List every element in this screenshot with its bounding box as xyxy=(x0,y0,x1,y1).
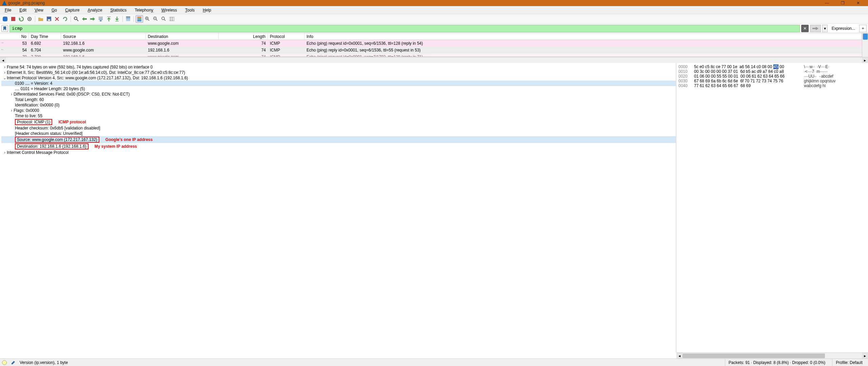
menu-statistics[interactable]: Statistics xyxy=(107,7,130,13)
add-filter-button[interactable]: + xyxy=(859,25,867,32)
scroll-left-button[interactable]: ◂ xyxy=(676,353,683,359)
menu-bar: File Edit View Go Capture Analyze Statis… xyxy=(0,6,868,14)
menu-file[interactable]: File xyxy=(1,7,15,13)
col-daytime[interactable]: Day Time xyxy=(29,33,61,40)
tree-ttl[interactable]: Time to live: 55 xyxy=(1,113,676,119)
tree-flags[interactable]: ›Flags: 0x0000 xyxy=(1,108,676,113)
hex-row[interactable]: 0040 77 61 62 63 64 65 66 67 68 69 wabcd… xyxy=(678,83,866,88)
go-forward-button[interactable] xyxy=(89,15,96,23)
packet-row[interactable]: 54 6.704 www.google.com 192.168.1.6 74 I… xyxy=(0,47,862,54)
menu-wireless[interactable]: Wireless xyxy=(158,7,180,13)
annotation-label: ICMP protocol xyxy=(58,120,86,124)
zoom-reset-button[interactable] xyxy=(160,15,167,23)
tree-ip[interactable]: ⌄Internet Protocol Version 4, Src: www.g… xyxy=(1,75,676,81)
display-filter-input[interactable] xyxy=(9,25,800,32)
resize-columns-button[interactable] xyxy=(168,15,176,23)
maximize-button[interactable]: ❐ xyxy=(835,0,850,6)
go-first-button[interactable] xyxy=(105,15,113,23)
hex-row[interactable]: 0010 00 3c 00 00 00 00 37 01 6d b5 ac d9… xyxy=(678,69,866,74)
hex-row[interactable]: 0020 01 06 00 00 55 55 00 01 00 06 61 62… xyxy=(678,74,866,79)
clear-filter-button[interactable]: ✕ xyxy=(801,25,809,32)
apply-filter-button[interactable] xyxy=(810,25,821,32)
tree-version[interactable]: 0100 .... = Version: 4 xyxy=(1,81,676,86)
go-back-button[interactable] xyxy=(81,15,88,23)
svg-point-5 xyxy=(74,17,77,20)
tree-identification[interactable]: Identification: 0x0000 (0) xyxy=(1,102,676,108)
col-info[interactable]: Info xyxy=(304,33,862,40)
zoom-out-button[interactable] xyxy=(152,15,159,23)
reload-button[interactable] xyxy=(61,15,69,23)
edit-comment-button[interactable] xyxy=(10,360,16,366)
bookmark-filter-button[interactable] xyxy=(1,25,8,32)
tree-protocol[interactable]: Protocol: ICMP (1)ICMP protocol xyxy=(1,119,676,125)
menu-capture[interactable]: Capture xyxy=(62,7,83,13)
svg-point-20 xyxy=(162,17,164,20)
hex-row[interactable]: 0030 67 68 69 6a 6b 6c 6d 6e 6f 70 71 72… xyxy=(678,79,866,83)
close-file-button[interactable] xyxy=(53,15,61,23)
hex-dump-pane[interactable]: 0000 5c e0 c5 8c ce 77 00 1e a6 56 14 c0… xyxy=(676,63,868,352)
find-packet-button[interactable] xyxy=(73,15,80,23)
stop-capture-button[interactable] xyxy=(9,15,17,23)
packet-list-vscrollbar[interactable] xyxy=(862,33,868,57)
chevron-down-icon[interactable]: ⌄ xyxy=(3,76,7,80)
auto-scroll-button[interactable] xyxy=(124,15,132,23)
menu-view[interactable]: View xyxy=(31,7,47,13)
related-packet-marker-icon: → xyxy=(1,41,4,44)
capture-options-button[interactable] xyxy=(26,15,33,23)
zoom-in-button[interactable] xyxy=(144,15,151,23)
tree-destination[interactable]: Destination: 192.168.1.6 (192.168.1.6)My… xyxy=(1,143,676,150)
filter-history-dropdown[interactable]: ▾ xyxy=(822,25,828,32)
col-length[interactable]: Length xyxy=(219,33,268,40)
status-field-info: Version (ip.version), 1 byte xyxy=(20,360,68,365)
menu-tools[interactable]: Tools xyxy=(182,7,198,13)
open-file-button[interactable] xyxy=(37,15,44,23)
scroll-left-button[interactable]: ◂ xyxy=(0,57,6,63)
expert-info-button[interactable] xyxy=(2,360,7,365)
col-destination[interactable]: Destination xyxy=(146,33,219,40)
tree-ethernet[interactable]: ›Ethernet II, Src: BestItWo_56:14:c0 (00… xyxy=(1,70,676,75)
tree-frame[interactable]: ›Frame 54: 74 bytes on wire (592 bits), … xyxy=(1,64,676,70)
packet-list[interactable]: → ← 53 6.692 192.168.1.6 www.google.com … xyxy=(0,40,862,57)
scroll-right-button[interactable]: ▸ xyxy=(862,353,868,359)
filter-expression-button[interactable]: Expression... xyxy=(829,26,858,31)
col-protocol[interactable]: Protocol xyxy=(268,33,304,40)
save-file-button[interactable] xyxy=(45,15,53,23)
packet-list-hscrollbar[interactable]: ◂ ▸ xyxy=(0,57,868,63)
chevron-right-icon[interactable]: › xyxy=(3,70,7,75)
close-button[interactable]: ✕ xyxy=(850,0,866,6)
colorize-button[interactable] xyxy=(136,15,143,23)
tree-hdrlen[interactable]: .... 0101 = Header Length: 20 bytes (5) xyxy=(1,86,676,92)
scrollbar-thumb[interactable] xyxy=(683,353,825,358)
menu-telephony[interactable]: Telephony xyxy=(131,7,157,13)
start-capture-button[interactable] xyxy=(1,15,9,23)
status-profile[interactable]: Profile: Default xyxy=(832,359,866,366)
packet-row[interactable]: 70 7.700 192.168.1.6 www.google.com 74 I… xyxy=(0,54,862,57)
packet-row[interactable]: 53 6.692 192.168.1.6 www.google.com 74 I… xyxy=(0,40,862,47)
packet-details-pane[interactable]: ›Frame 54: 74 bytes on wire (592 bits), … xyxy=(0,63,676,352)
tree-diffserv[interactable]: ›Differentiated Services Field: 0x00 (DS… xyxy=(1,92,676,97)
restart-capture-button[interactable] xyxy=(18,15,25,23)
chevron-right-icon[interactable]: › xyxy=(9,108,14,113)
tree-checksum-status[interactable]: [Header checksum status: Unverified] xyxy=(1,131,676,136)
go-to-packet-button[interactable] xyxy=(97,15,104,23)
menu-help[interactable]: Help xyxy=(199,7,215,13)
tree-totallen[interactable]: Total Length: 60 xyxy=(1,97,676,102)
go-last-button[interactable] xyxy=(113,15,121,23)
minimize-button[interactable]: — xyxy=(819,0,835,6)
tree-checksum[interactable]: Header checksum: 0x6db5 [validation disa… xyxy=(1,125,676,131)
related-packet-marker-icon: ← xyxy=(1,47,4,51)
annotation-label: Google's one IP address xyxy=(105,137,153,142)
tree-source[interactable]: Source: www.google.com (172.217.167.132)… xyxy=(1,136,676,143)
scroll-right-button[interactable]: ▸ xyxy=(862,57,868,63)
col-source[interactable]: Source xyxy=(61,33,146,40)
menu-edit[interactable]: Edit xyxy=(16,7,30,13)
hex-hscrollbar[interactable]: ◂ ▸ xyxy=(676,352,868,359)
chevron-right-icon[interactable]: › xyxy=(3,65,7,69)
col-no[interactable]: No xyxy=(0,33,29,40)
hex-row[interactable]: 0000 5c e0 c5 8c ce 77 00 1e a6 56 14 c0… xyxy=(678,64,866,69)
menu-analyze[interactable]: Analyze xyxy=(84,7,106,13)
chevron-right-icon[interactable]: › xyxy=(3,150,7,155)
chevron-right-icon[interactable]: › xyxy=(9,92,14,97)
menu-go[interactable]: Go xyxy=(48,7,60,13)
tree-icmp[interactable]: ›Internet Control Message Protocol xyxy=(1,150,676,155)
